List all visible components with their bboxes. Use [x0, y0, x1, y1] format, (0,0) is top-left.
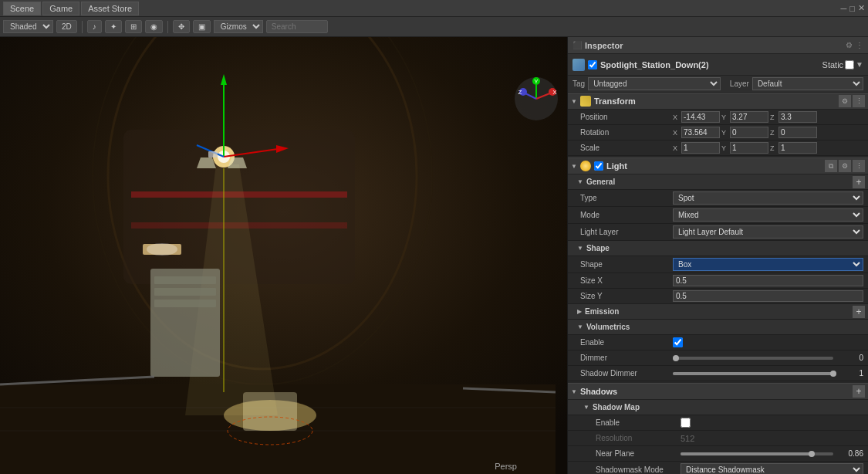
- position-x-input[interactable]: [681, 111, 720, 123]
- shape-subsection-header[interactable]: Shape: [568, 241, 868, 256]
- near-plane-slider[interactable]: [681, 452, 833, 455]
- rotation-y-input[interactable]: [730, 127, 768, 138]
- type-row: Type Spot: [568, 190, 868, 207]
- light-copy-btn[interactable]: ⧉: [825, 160, 837, 172]
- render-path-button[interactable]: ◉: [145, 20, 163, 33]
- rotation-x-input[interactable]: [681, 127, 720, 138]
- mode-select[interactable]: Mixed: [673, 208, 863, 222]
- emission-title: Emission: [585, 307, 619, 316]
- scene-viewport[interactable]: Persp Y X Z: [0, 37, 567, 474]
- mode-row: Mode Mixed: [568, 207, 868, 224]
- shadows-plus-btn[interactable]: +: [853, 385, 865, 398]
- volumetrics-subsection-header[interactable]: Volumetrics: [568, 320, 868, 335]
- shadow-dimmer-slider[interactable]: [673, 372, 833, 375]
- position-z-label: Z: [770, 113, 778, 121]
- rotation-y-label: Y: [721, 129, 729, 137]
- emission-plus-btn[interactable]: +: [853, 306, 865, 318]
- svg-rect-27: [154, 276, 216, 284]
- svg-rect-20: [208, 151, 218, 157]
- viewport-size-button[interactable]: ▣: [193, 20, 211, 33]
- audio-button[interactable]: ♪: [87, 20, 102, 33]
- type-select[interactable]: Spot: [673, 191, 863, 205]
- resolution-value-text: 512: [681, 434, 694, 443]
- search-input[interactable]: [266, 20, 328, 33]
- tab-scene[interactable]: Scene: [3, 2, 41, 15]
- tab-game[interactable]: Game: [42, 2, 79, 15]
- object-icon: [572, 59, 585, 71]
- shadowmask-select[interactable]: Distance Shadowmask: [681, 463, 863, 474]
- shadow-dimmer-thumb[interactable]: [830, 371, 836, 377]
- resolution-label: Resolution: [588, 434, 681, 442]
- transform-icon: [580, 96, 591, 107]
- resolution-row: Resolution 512: [568, 431, 868, 446]
- type-value: Spot: [673, 191, 863, 205]
- scene-svg: Persp: [0, 37, 567, 474]
- vol-enable-checkbox[interactable]: [673, 337, 683, 347]
- dimmer-thumb[interactable]: [673, 355, 679, 361]
- size-x-label: Size X: [580, 276, 673, 285]
- scale-x-input[interactable]: [681, 142, 720, 154]
- window-close[interactable]: ✕: [858, 3, 865, 13]
- general-plus-btn[interactable]: +: [853, 176, 865, 188]
- layer-select[interactable]: Default: [752, 77, 863, 90]
- light-icon: [580, 161, 591, 171]
- window-minimize[interactable]: ─: [841, 4, 847, 13]
- light-enabled-checkbox[interactable]: [594, 161, 603, 171]
- size-x-row: Size X: [568, 273, 868, 289]
- tab-asset-store[interactable]: Asset Store: [81, 2, 139, 15]
- vol-enable-label: Enable: [580, 338, 673, 347]
- dimmer-slider[interactable]: [673, 357, 833, 360]
- scene-view-button[interactable]: ⊞: [125, 20, 142, 33]
- near-plane-thumb[interactable]: [809, 451, 815, 457]
- position-y-input[interactable]: [730, 111, 768, 123]
- near-plane-row: Near Plane 0.86: [568, 446, 868, 462]
- scale-y-item: Y: [721, 142, 768, 154]
- transform-settings-btn[interactable]: ⚙: [839, 95, 851, 107]
- position-z-input[interactable]: [778, 111, 817, 123]
- gizmos-select[interactable]: Gizmos: [214, 20, 263, 33]
- rotation-z-input[interactable]: [778, 127, 817, 138]
- scale-z-input[interactable]: [778, 142, 817, 154]
- size-x-input[interactable]: [673, 275, 863, 286]
- light-layer-select[interactable]: Light Layer Default: [673, 225, 863, 239]
- emission-subsection-header[interactable]: Emission +: [568, 304, 868, 320]
- shadows-section-header[interactable]: Shadows +: [568, 383, 868, 400]
- window-maximize[interactable]: □: [849, 4, 855, 13]
- transform-button[interactable]: ✥: [173, 20, 190, 33]
- static-dropdown-arrow[interactable]: ▼: [856, 60, 863, 69]
- fx-button[interactable]: ✦: [105, 20, 122, 33]
- shape-select[interactable]: Box: [673, 258, 863, 271]
- toolbar-separator-1: [82, 21, 83, 33]
- position-z-item: Z: [770, 111, 817, 123]
- scale-x-label: X: [673, 144, 681, 152]
- near-plane-fill: [681, 452, 812, 455]
- shape-row: Shape Box: [568, 256, 868, 273]
- scale-y-input[interactable]: [730, 142, 768, 154]
- position-y-label: Y: [721, 113, 729, 121]
- transform-menu-btn[interactable]: ⋮: [853, 95, 865, 107]
- mode-2d-button[interactable]: 2D: [56, 20, 77, 33]
- tag-select[interactable]: Untagged: [588, 77, 721, 90]
- size-y-input[interactable]: [673, 290, 863, 302]
- shadow-map-subsection-header[interactable]: Shadow Map: [568, 400, 868, 415]
- tag-label: Tag: [572, 80, 585, 88]
- svg-text:Z: Z: [518, 89, 522, 96]
- rotation-x-item: X: [673, 127, 720, 138]
- light-section-header[interactable]: Light ⧉ ⚙ ⋮: [568, 157, 868, 174]
- shadow-enable-checkbox[interactable]: [681, 418, 691, 428]
- position-value: X Y Z: [673, 111, 863, 123]
- general-subsection-header[interactable]: General +: [568, 174, 868, 190]
- static-checkbox[interactable]: [845, 60, 854, 69]
- object-active-checkbox[interactable]: [588, 60, 597, 69]
- light-menu-btn[interactable]: ⋮: [853, 160, 865, 172]
- shading-select[interactable]: Shaded: [3, 20, 53, 33]
- dimmer-label: Dimmer: [580, 354, 673, 362]
- position-label: Position: [580, 113, 673, 121]
- transform-section-header[interactable]: Transform ⚙ ⋮: [568, 93, 868, 110]
- rotation-label: Rotation: [580, 128, 673, 137]
- light-layer-label: Light Layer: [580, 228, 673, 236]
- shadow-dimmer-slider-container: 1: [673, 369, 863, 378]
- inspector-title: Inspector: [585, 41, 623, 50]
- layer-label: Layer: [730, 80, 749, 88]
- light-settings-btn[interactable]: ⚙: [839, 160, 851, 172]
